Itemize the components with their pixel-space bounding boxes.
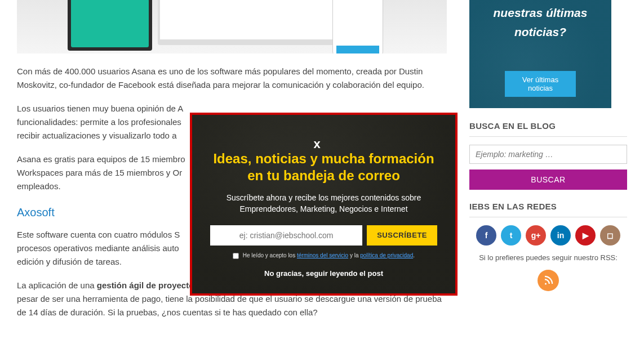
instagram-icon[interactable]: ◻ — [600, 225, 620, 246]
news-widget[interactable]: nuestras últimas noticias? Ver últimas n… — [469, 0, 611, 108]
terms-checkbox[interactable] — [233, 253, 239, 259]
news-cta-button[interactable]: Ver últimas noticias — [505, 71, 576, 97]
subscribe-modal: x Ideas, noticias y mucha formación en t… — [192, 115, 455, 293]
terms-text: He leído y acepto los términos del servi… — [210, 251, 437, 260]
dismiss-link[interactable]: No gracias, seguir leyendo el post — [210, 268, 437, 280]
email-field[interactable] — [210, 225, 362, 246]
subscribe-button[interactable]: SUSCRÍBETE — [367, 225, 437, 246]
search-input[interactable] — [469, 145, 627, 164]
sidebar-heading-social: IEBS EN LAS REDES — [469, 200, 627, 217]
highlight-border: x Ideas, noticias y mucha formación en t… — [190, 113, 458, 296]
privacy-link[interactable]: política de privacidad — [360, 252, 413, 258]
linkedin-icon[interactable]: in — [550, 225, 571, 246]
modal-title: Ideas, noticias y mucha formación en tu … — [210, 150, 437, 184]
sidebar: nuestras últimas noticias? Ver últimas n… — [469, 0, 627, 329]
rss-text: Si lo prefieres puedes seguir nuestro RS… — [469, 252, 627, 264]
googleplus-icon[interactable]: g+ — [526, 225, 546, 246]
sidebar-heading-search: BUSCA EN EL BLOG — [469, 119, 627, 137]
paragraph: Con más de 400.000 usuarios Asana es uno… — [17, 65, 447, 92]
rss-icon[interactable] — [538, 270, 559, 291]
youtube-icon[interactable]: ▶ — [575, 225, 596, 246]
search-button[interactable]: BUSCAR — [469, 169, 627, 190]
twitter-icon[interactable]: t — [501, 225, 521, 246]
news-question: nuestras últimas noticias? — [469, 3, 611, 41]
terms-link[interactable]: términos del servicio — [297, 252, 348, 258]
hero-devices-image — [17, 0, 447, 53]
modal-description: Suscríbete ahora y recibe los mejores co… — [210, 192, 437, 215]
facebook-icon[interactable]: f — [476, 225, 496, 246]
